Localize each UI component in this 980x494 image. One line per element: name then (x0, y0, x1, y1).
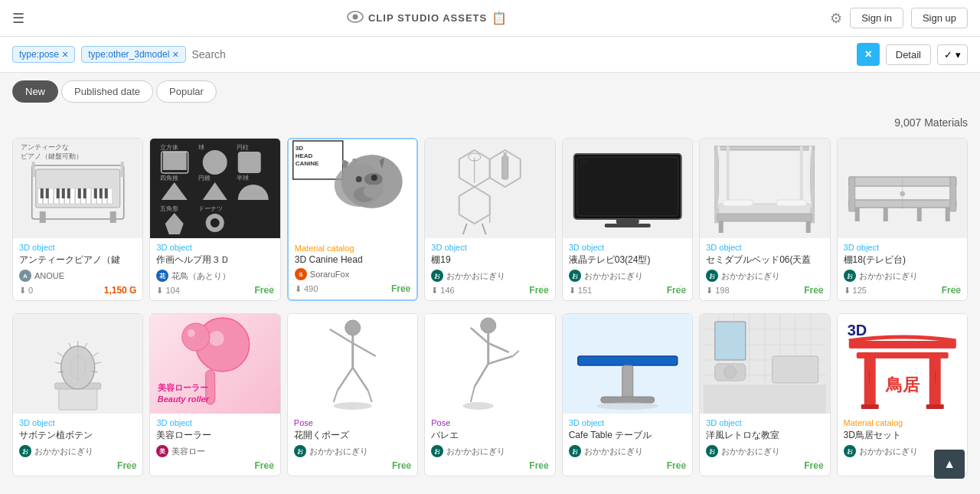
svg-line-101 (93, 352, 99, 356)
tag-pose-close[interactable]: × (62, 49, 68, 60)
card-beauty-roller[interactable]: 美容ローラー Beauty roller 3D object 美容ローラー 美 … (149, 313, 280, 476)
svg-rect-31 (105, 188, 108, 198)
checkmark-icon: ✓ (944, 49, 952, 61)
svg-rect-87 (848, 177, 854, 211)
search-input[interactable] (192, 48, 851, 61)
card-type-cactus: 3D object (19, 418, 136, 427)
favorite-button-tv[interactable]: ☆ (676, 282, 686, 294)
card-piano[interactable]: アンティークな ピアノ（鍵盤可動） (12, 138, 143, 301)
favorite-button-room[interactable]: ☆ (814, 457, 824, 469)
author-name-beauty-roller: 美容ロー (172, 446, 205, 457)
favorite-button-cactus[interactable]: ☆ (126, 457, 136, 469)
svg-rect-92 (916, 208, 921, 221)
card-type-pose2: Pose (431, 418, 548, 427)
header-right: ⚙ Sign in Sign up (830, 8, 968, 28)
card-footer-tv: ⬇ 151 Free (569, 285, 686, 296)
header: ☰ CLIP STUDIO ASSETS 📋 ⚙ Sign in Sign up (0, 0, 980, 37)
svg-point-110 (209, 331, 224, 346)
card-shapes[interactable]: 立方体 球 円柱 四角推 円錐 半球 五角形 ドーナツ (149, 138, 280, 301)
tag-chip-pose: type:pose × (12, 46, 75, 63)
detail-button[interactable]: Detail (886, 44, 931, 65)
svg-text:円錐: 円錐 (198, 175, 211, 182)
app-title: CLIP STUDIO ASSETS (368, 12, 487, 24)
favorite-button-bed[interactable]: ☆ (814, 282, 824, 294)
card-footer-shapes: ⬇ 104 Free (156, 285, 273, 296)
card-bed[interactable]: 3D object セミダブルベッド06(天蓋 お おかかおにぎり ⬇ 198 … (699, 138, 830, 301)
svg-line-128 (488, 343, 509, 352)
favorite-button-shapes[interactable]: ☆ (264, 282, 274, 294)
favorite-button-pose1[interactable]: ☆ (401, 457, 411, 469)
svg-rect-17 (87, 188, 91, 204)
svg-rect-66 (502, 156, 508, 179)
favorite-button-piano[interactable]: ☆ (126, 282, 136, 294)
menu-icon[interactable]: ☰ (12, 10, 24, 27)
grid-row-1: アンティークな ピアノ（鍵盤可動） (0, 132, 980, 307)
favorite-button-shelf19[interactable]: ☆ (539, 282, 549, 294)
svg-line-102 (95, 362, 101, 364)
card-room[interactable]: 3D object 洋風レトロな教室 お おかかおにぎり Free ☆ (699, 313, 830, 476)
card-author-pose2: お おかかおにぎり (431, 445, 548, 457)
card-info-piano: 3D object アンティークピアノ（鍵 A ANOUE ⬇ 0 1,150 … (13, 238, 142, 300)
svg-rect-75 (715, 146, 719, 223)
card-tvstand[interactable]: 3D object 棚18(テレビ台) お おかかおにぎり ⬇ 125 Free… (837, 138, 968, 301)
favorite-button-canine[interactable]: ☆ (400, 281, 410, 293)
author-avatar-shapes: 花 (156, 270, 168, 282)
sign-up-button[interactable]: Sign up (911, 8, 968, 28)
svg-line-98 (57, 352, 63, 356)
header-left: ☰ (12, 10, 24, 27)
svg-rect-83 (719, 221, 724, 233)
card-canine[interactable]: 3D HEAD CANINE Material catalog (287, 138, 418, 301)
card-author-table: お おかかおにぎり (569, 445, 686, 457)
tab-popular[interactable]: Popular (156, 80, 217, 103)
card-info-bed: 3D object セミダブルベッド06(天蓋 お おかかおにぎり ⬇ 198 … (700, 238, 829, 300)
svg-rect-21 (108, 188, 113, 204)
favorite-button-tvstand[interactable]: ☆ (951, 282, 961, 294)
sign-in-button[interactable]: Sign in (850, 8, 903, 28)
svg-rect-7 (110, 211, 116, 223)
author-name-room: おかかおにぎり (721, 446, 780, 457)
svg-rect-84 (806, 221, 811, 233)
svg-rect-67 (504, 152, 507, 158)
card-table[interactable]: 3D object Cafe Table テーブル お おかかおにぎり Free… (562, 313, 693, 476)
card-thumbnail-tvstand (838, 139, 967, 238)
header-center: CLIP STUDIO ASSETS 📋 (347, 9, 508, 27)
card-cactus[interactable]: 3D object サボテン植ボテン お おかかおにぎり Free ☆ (12, 313, 143, 476)
card-title-piano: アンティークピアノ（鍵 (19, 254, 136, 267)
gear-icon[interactable]: ⚙ (830, 10, 842, 27)
card-title-shapes: 作画ヘルプ用３Ｄ (156, 254, 273, 267)
card-tv[interactable]: 3D object 液晶テレビ03(24型) お おかかおにぎり ⬇ 151 F… (562, 138, 693, 301)
svg-text:鳥居: 鳥居 (884, 375, 920, 394)
svg-text:ピアノ（鍵盤可動）: ピアノ（鍵盤可動） (21, 152, 83, 160)
tab-new[interactable]: New (12, 80, 58, 103)
svg-point-112 (182, 323, 210, 351)
favorite-button-table[interactable]: ☆ (676, 457, 686, 469)
card-downloads-canine: ⬇ 490 (295, 284, 318, 294)
svg-text:円柱: 円柱 (237, 144, 249, 151)
svg-rect-80 (717, 214, 812, 221)
card-info-tvstand: 3D object 棚18(テレビ台) お おかかおにぎり ⬇ 125 Free (838, 238, 967, 300)
card-footer-cactus: Free (19, 460, 136, 471)
clear-search-button[interactable]: × (857, 43, 879, 66)
sort-tabs: New Published date Popular (0, 73, 980, 110)
svg-rect-90 (945, 208, 949, 221)
favorite-button-beauty-roller[interactable]: ☆ (264, 457, 274, 469)
card-info-tv: 3D object 液晶テレビ03(24型) お おかかおにぎり ⬇ 151 F… (563, 238, 692, 300)
card-pose2[interactable]: Pose バレエ お おかかおにぎり Free ☆ (424, 313, 555, 476)
card-info-shapes: 3D object 作画ヘルプ用３Ｄ 花 花鳥（あとり） ⬇ 104 Free (150, 238, 279, 300)
scroll-to-top-button[interactable]: ▲ (934, 450, 965, 479)
filter-dropdown-button[interactable]: ✓ ▾ (937, 44, 968, 65)
card-author-piano: A ANOUE (19, 270, 136, 282)
author-name-pose1: おかかおにぎり (309, 446, 368, 457)
tab-published-date[interactable]: Published date (61, 80, 153, 103)
card-footer-pose2: Free (431, 460, 548, 471)
card-author-canine: S SoraruFox (295, 268, 410, 280)
card-shelf19[interactable]: 3D object 棚19 お おかかおにぎり ⬇ 146 Free ☆ (424, 138, 555, 301)
tag-3dmodel-close[interactable]: × (172, 49, 178, 60)
card-footer-shelf19: ⬇ 146 Free (431, 285, 548, 296)
card-pose1[interactable]: Pose 花開くポーズ お おかかおにぎり Free ☆ (287, 313, 418, 476)
favorite-button-pose2[interactable]: ☆ (539, 457, 549, 469)
card-info-pose1: Pose 花開くポーズ お おかかおにぎり Free (288, 414, 417, 476)
svg-rect-41 (238, 152, 261, 173)
card-thumbnail-beauty-roller: 美容ローラー Beauty roller (150, 314, 279, 414)
svg-rect-153 (715, 322, 746, 360)
